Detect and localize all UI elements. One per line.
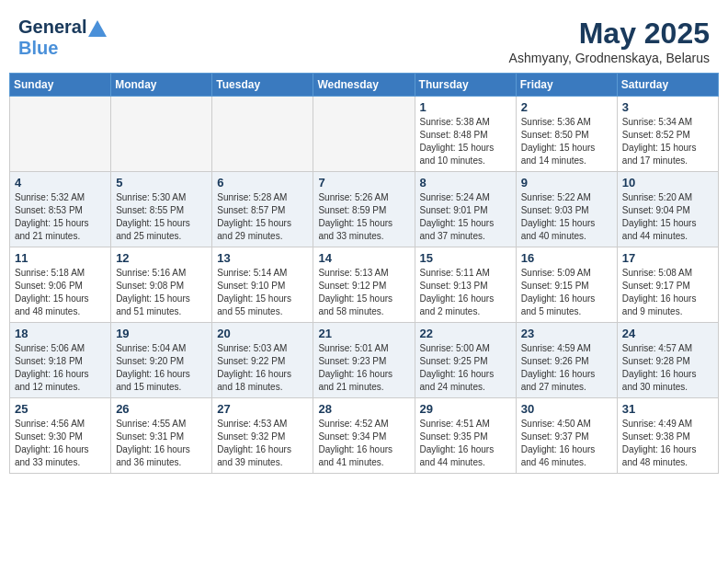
calendar-cell: 17Sunrise: 5:08 AM Sunset: 9:17 PM Dayli… [617,247,718,323]
calendar-cell: 30Sunrise: 4:50 AM Sunset: 9:37 PM Dayli… [516,398,617,474]
day-info: Sunrise: 4:50 AM Sunset: 9:37 PM Dayligh… [521,418,612,469]
logo-icon [88,20,107,37]
calendar-cell: 10Sunrise: 5:20 AM Sunset: 9:04 PM Dayli… [617,172,718,247]
svg-marker-0 [88,20,107,37]
calendar-cell: 26Sunrise: 4:55 AM Sunset: 9:31 PM Dayli… [111,398,212,474]
day-number: 19 [116,327,207,340]
day-info: Sunrise: 5:01 AM Sunset: 9:23 PM Dayligh… [318,342,409,394]
month-year: May 2025 [509,17,710,51]
day-number: 2 [521,100,612,114]
day-info: Sunrise: 5:38 AM Sunset: 8:48 PM Dayligh… [420,116,511,167]
calendar-table: SundayMondayTuesdayWednesdayThursdayFrid… [9,73,719,474]
calendar-cell: 3Sunrise: 5:34 AM Sunset: 8:52 PM Daylig… [617,97,718,172]
calendar-cell: 27Sunrise: 4:53 AM Sunset: 9:32 PM Dayli… [212,398,313,474]
calendar-cell: 20Sunrise: 5:03 AM Sunset: 9:22 PM Dayli… [212,323,313,398]
day-number: 26 [116,402,207,416]
day-number: 4 [15,176,106,190]
day-info: Sunrise: 5:28 AM Sunset: 8:57 PM Dayligh… [217,191,308,243]
day-info: Sunrise: 4:49 AM Sunset: 9:38 PM Dayligh… [622,418,713,469]
calendar-week-row: 11Sunrise: 5:18 AM Sunset: 9:06 PM Dayli… [10,247,719,323]
calendar-cell [10,97,111,172]
calendar-cell: 16Sunrise: 5:09 AM Sunset: 9:15 PM Dayli… [516,247,617,323]
day-info: Sunrise: 4:52 AM Sunset: 9:34 PM Dayligh… [318,418,409,469]
title-block: May 2025 Ashmyany, Grodnenskaya, Belarus [509,17,710,65]
calendar-cell: 29Sunrise: 4:51 AM Sunset: 9:35 PM Dayli… [415,398,516,474]
day-info: Sunrise: 5:24 AM Sunset: 9:01 PM Dayligh… [420,191,511,243]
calendar-cell: 21Sunrise: 5:01 AM Sunset: 9:23 PM Dayli… [313,323,415,398]
day-info: Sunrise: 5:00 AM Sunset: 9:25 PM Dayligh… [420,342,511,394]
day-number: 21 [318,327,409,340]
calendar-cell: 18Sunrise: 5:06 AM Sunset: 9:18 PM Dayli… [10,323,111,398]
day-info: Sunrise: 5:18 AM Sunset: 9:06 PM Dayligh… [15,267,106,318]
day-info: Sunrise: 5:11 AM Sunset: 9:13 PM Dayligh… [420,267,511,318]
day-info: Sunrise: 5:32 AM Sunset: 8:53 PM Dayligh… [15,191,106,243]
weekday-header: Sunday [10,74,111,97]
calendar-cell: 22Sunrise: 5:00 AM Sunset: 9:25 PM Dayli… [415,323,516,398]
calendar-header-row: SundayMondayTuesdayWednesdayThursdayFrid… [10,74,719,97]
calendar-cell [212,97,313,172]
calendar-cell: 8Sunrise: 5:24 AM Sunset: 9:01 PM Daylig… [415,172,516,247]
logo-text: General [18,17,107,38]
weekday-header: Wednesday [313,74,415,97]
calendar-cell: 25Sunrise: 4:56 AM Sunset: 9:30 PM Dayli… [10,398,111,474]
day-number: 15 [420,251,511,265]
day-number: 22 [420,327,511,340]
weekday-header: Saturday [617,74,718,97]
day-info: Sunrise: 5:20 AM Sunset: 9:04 PM Dayligh… [622,191,713,243]
day-number: 3 [622,100,713,114]
calendar-cell: 4Sunrise: 5:32 AM Sunset: 8:53 PM Daylig… [10,172,111,247]
day-number: 29 [420,402,511,416]
day-info: Sunrise: 5:16 AM Sunset: 9:08 PM Dayligh… [116,267,207,318]
calendar-week-row: 1Sunrise: 5:38 AM Sunset: 8:48 PM Daylig… [10,97,719,172]
calendar-cell: 13Sunrise: 5:14 AM Sunset: 9:10 PM Dayli… [212,247,313,323]
day-number: 9 [521,176,612,190]
day-info: Sunrise: 4:55 AM Sunset: 9:31 PM Dayligh… [116,418,207,469]
day-number: 16 [521,251,612,265]
day-info: Sunrise: 5:09 AM Sunset: 9:15 PM Dayligh… [521,267,612,318]
day-info: Sunrise: 4:53 AM Sunset: 9:32 PM Dayligh… [217,418,308,469]
calendar-cell: 5Sunrise: 5:30 AM Sunset: 8:55 PM Daylig… [111,172,212,247]
logo-blue: Blue [18,38,107,59]
day-info: Sunrise: 5:03 AM Sunset: 9:22 PM Dayligh… [217,342,308,394]
calendar-cell [313,97,415,172]
location: Ashmyany, Grodnenskaya, Belarus [509,51,710,65]
day-number: 6 [217,176,308,190]
day-info: Sunrise: 4:51 AM Sunset: 9:35 PM Dayligh… [420,418,511,469]
day-info: Sunrise: 4:56 AM Sunset: 9:30 PM Dayligh… [15,418,106,469]
day-number: 5 [116,176,207,190]
calendar-cell: 24Sunrise: 4:57 AM Sunset: 9:28 PM Dayli… [617,323,718,398]
day-number: 14 [318,251,409,265]
calendar-cell: 1Sunrise: 5:38 AM Sunset: 8:48 PM Daylig… [415,97,516,172]
page-header: General Blue May 2025 Ashmyany, Grodnens… [9,9,719,69]
day-info: Sunrise: 5:26 AM Sunset: 8:59 PM Dayligh… [318,191,409,243]
calendar-cell: 2Sunrise: 5:36 AM Sunset: 8:50 PM Daylig… [516,97,617,172]
calendar-week-row: 18Sunrise: 5:06 AM Sunset: 9:18 PM Dayli… [10,323,719,398]
calendar-cell: 19Sunrise: 5:04 AM Sunset: 9:20 PM Dayli… [111,323,212,398]
weekday-header: Monday [111,74,212,97]
day-number: 20 [217,327,308,340]
day-info: Sunrise: 5:13 AM Sunset: 9:12 PM Dayligh… [318,267,409,318]
day-info: Sunrise: 5:34 AM Sunset: 8:52 PM Dayligh… [622,116,713,167]
day-number: 12 [116,251,207,265]
day-number: 28 [318,402,409,416]
day-info: Sunrise: 5:14 AM Sunset: 9:10 PM Dayligh… [217,267,308,318]
calendar-cell: 14Sunrise: 5:13 AM Sunset: 9:12 PM Dayli… [313,247,415,323]
day-info: Sunrise: 5:30 AM Sunset: 8:55 PM Dayligh… [116,191,207,243]
day-number: 25 [15,402,106,416]
calendar-cell: 7Sunrise: 5:26 AM Sunset: 8:59 PM Daylig… [313,172,415,247]
calendar-cell: 31Sunrise: 4:49 AM Sunset: 9:38 PM Dayli… [617,398,718,474]
day-number: 8 [420,176,511,190]
weekday-header: Friday [516,74,617,97]
logo: General Blue [18,17,107,59]
day-info: Sunrise: 5:08 AM Sunset: 9:17 PM Dayligh… [622,267,713,318]
day-info: Sunrise: 5:06 AM Sunset: 9:18 PM Dayligh… [15,342,106,394]
calendar-cell: 15Sunrise: 5:11 AM Sunset: 9:13 PM Dayli… [415,247,516,323]
day-number: 31 [622,402,713,416]
calendar-cell: 23Sunrise: 4:59 AM Sunset: 9:26 PM Dayli… [516,323,617,398]
day-info: Sunrise: 4:59 AM Sunset: 9:26 PM Dayligh… [521,342,612,394]
calendar-cell: 6Sunrise: 5:28 AM Sunset: 8:57 PM Daylig… [212,172,313,247]
day-number: 1 [420,100,511,114]
calendar-cell: 9Sunrise: 5:22 AM Sunset: 9:03 PM Daylig… [516,172,617,247]
weekday-header: Tuesday [212,74,313,97]
calendar-cell: 12Sunrise: 5:16 AM Sunset: 9:08 PM Dayli… [111,247,212,323]
